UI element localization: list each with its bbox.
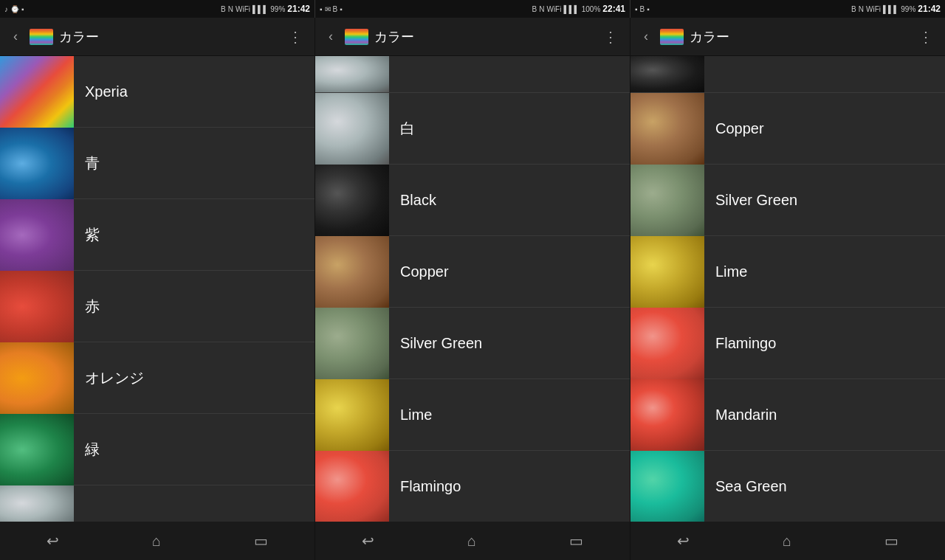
list-item[interactable]: Lime	[630, 236, 945, 308]
nfc-icon: N	[228, 5, 233, 13]
header-panel1: ‹ カラー ⋮	[0, 18, 315, 56]
wifi-icon-p3: WiFi	[866, 5, 881, 13]
nav-home-btn-panel2[interactable]: ⌂	[458, 528, 485, 554]
list-item[interactable]: 緑	[0, 414, 315, 485]
color-thumb-blue	[0, 128, 74, 199]
status-right-panel2: B N WiFi ▌▌▌ 100% 22:41	[532, 4, 625, 14]
status-right-panel1: B N WiFi ▌▌▌ 99% 21:42	[221, 4, 310, 14]
nav-buttons-panel2: ↩ ⌂ ▭	[315, 522, 630, 560]
list-item[interactable]: Black	[315, 165, 630, 236]
back-button-panel2[interactable]: ‹	[323, 26, 339, 47]
color-label-flamingo2: Flamingo	[715, 335, 776, 352]
menu-button-panel2[interactable]: ⋮	[599, 25, 622, 49]
bt-icon-p3: B	[851, 5, 856, 13]
nav-home-btn-panel3[interactable]: ⌂	[774, 528, 800, 554]
color-label-copper2: Copper	[715, 120, 764, 137]
color-label-lime: Lime	[400, 407, 432, 424]
nav-back-btn-panel1[interactable]: ↩	[38, 528, 68, 554]
menu-button-panel1[interactable]: ⋮	[284, 25, 307, 49]
list-item-partial-top-p3	[630, 56, 945, 93]
color-thumb-flamingo2	[630, 308, 704, 379]
color-thumb-flamingo	[315, 451, 389, 522]
list-item[interactable]: Xperia	[0, 56, 315, 128]
color-thumb-copper	[315, 236, 389, 308]
time-panel3: 21:42	[918, 4, 941, 14]
header-panel3: ‹ カラー ⋮	[630, 18, 945, 56]
list-item[interactable]: Silver Green	[630, 165, 945, 236]
panels-container: ‹ カラー ⋮ Xperia 青 紫 赤 オレ	[0, 18, 945, 560]
nav-recent-btn-panel3[interactable]: ▭	[876, 528, 907, 554]
color-label-copper: Copper	[400, 263, 449, 280]
music-icon: ♪	[4, 5, 8, 13]
color-label-xperia: Xperia	[85, 83, 128, 100]
list-item[interactable]: Flamingo	[315, 451, 630, 522]
nav-recent-btn-panel2[interactable]: ▭	[560, 528, 592, 554]
title-panel1: カラー	[59, 28, 284, 46]
status-left-panel1: ♪ ⌚ ▪	[4, 5, 24, 13]
watch-icon: ⌚	[10, 5, 19, 13]
back-button-panel1[interactable]: ‹	[7, 26, 24, 47]
color-thumb-green	[0, 414, 74, 485]
color-thumb-sea-green	[630, 451, 704, 522]
color-icon-panel1	[30, 29, 53, 45]
nav-buttons-panel1: ↩ ⌂ ▭	[0, 522, 315, 560]
list-item[interactable]: 赤	[0, 271, 315, 342]
color-list-panel3[interactable]: Copper Silver Green Lime Flamingo Mandar…	[630, 56, 945, 522]
nav-back-btn-panel2[interactable]: ↩	[353, 528, 383, 554]
nfc-icon-p3: N	[859, 5, 864, 13]
color-thumb-xperia	[0, 56, 74, 128]
status-bar-panel2: ▪ ✉ B ▪ B N WiFi ▌▌▌ 100% 22:41	[315, 0, 630, 18]
list-item[interactable]: Copper	[315, 236, 630, 308]
color-label-silver-green2: Silver Green	[715, 192, 797, 209]
list-item[interactable]: オレンジ	[0, 342, 315, 414]
list-item[interactable]: Copper	[630, 93, 945, 165]
list-item[interactable]: 紫	[0, 199, 315, 271]
nav-buttons-panel3: ↩ ⌂ ▭	[630, 522, 945, 560]
list-item[interactable]: Flamingo	[630, 308, 945, 379]
panel-3: ‹ カラー ⋮ Copper Silver Green Lime	[630, 18, 945, 560]
back-button-panel3[interactable]: ‹	[638, 26, 654, 47]
time-panel2: 22:41	[602, 4, 625, 14]
bt-icon: B	[221, 5, 226, 13]
title-panel2: カラー	[374, 28, 599, 46]
list-item-partial-top	[315, 56, 630, 93]
img-icon-p3: ▪	[635, 5, 638, 13]
list-item[interactable]: Silver Green	[315, 308, 630, 379]
battery-pct-panel2: 100%	[582, 5, 601, 13]
color-thumb-red	[0, 271, 74, 342]
nav-home-btn-panel1[interactable]: ⌂	[143, 528, 170, 554]
list-item[interactable]: Sea Green	[630, 451, 945, 522]
color-thumb-white	[315, 93, 389, 165]
nav-back-btn-panel3[interactable]: ↩	[668, 528, 698, 554]
nfc-icon-p2: N	[539, 5, 544, 13]
menu-button-panel3[interactable]: ⋮	[914, 25, 938, 49]
color-label-black: Black	[400, 192, 436, 209]
color-label-purple: 紫	[85, 225, 100, 245]
img-icon-p2: ▪	[320, 5, 323, 13]
title-panel3: カラー	[690, 28, 914, 46]
mail-icon-p2: ✉	[325, 5, 331, 13]
color-icon-panel2	[345, 29, 368, 45]
camera-icon-p2: ▪	[340, 5, 343, 13]
color-label-flamingo: Flamingo	[400, 478, 461, 495]
bt2-icon: B	[333, 5, 338, 13]
color-label-sea-green: Sea Green	[715, 478, 787, 495]
color-list-panel2[interactable]: 白 Black Copper Silver Green Lime Flaming…	[315, 56, 630, 522]
bt-icon-p2: B	[532, 5, 537, 13]
camera-icon-p3: ▪	[647, 5, 650, 13]
status-bar-panel1: ♪ ⌚ ▪ B N WiFi ▌▌▌ 99% 21:42	[0, 0, 315, 18]
list-item[interactable]: 青	[0, 128, 315, 199]
color-label-silver-green: Silver Green	[400, 335, 482, 352]
nav-recent-btn-panel1[interactable]: ▭	[245, 528, 277, 554]
list-item[interactable]: Mandarin	[630, 379, 945, 451]
color-list-panel1[interactable]: Xperia 青 紫 赤 オレンジ 緑	[0, 56, 315, 522]
color-thumb-purple	[0, 199, 74, 271]
battery-pct-panel1: 99%	[270, 5, 285, 13]
color-thumb-lime	[315, 379, 389, 451]
list-item[interactable]: 白	[315, 93, 630, 165]
nav-panel2: ↩ ⌂ ▭	[315, 522, 630, 560]
battery-icon: ▪	[21, 5, 24, 13]
color-thumb-silver-green	[315, 308, 389, 379]
color-thumb-partial-top	[315, 56, 389, 92]
list-item[interactable]: Lime	[315, 379, 630, 451]
